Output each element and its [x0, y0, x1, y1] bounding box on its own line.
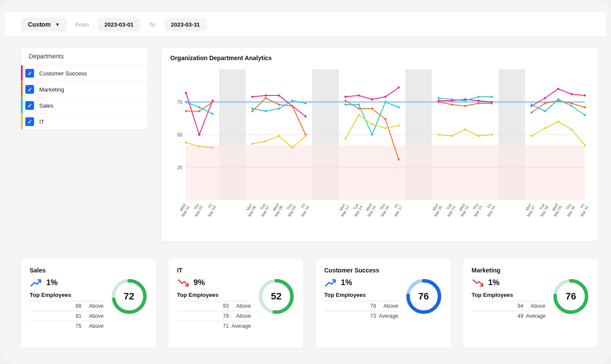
emp-name [30, 311, 67, 321]
score-gauge: 76 [405, 278, 442, 315]
svg-text:50: 50 [177, 132, 182, 137]
stat-title: IT [177, 267, 295, 274]
svg-text:TueMar 14: TueMar 14 [350, 203, 363, 218]
department-checkbox-row[interactable]: ✓Marketing [21, 81, 148, 97]
top-employees-table: 93 Above 79 Above 71 Average [177, 301, 251, 331]
svg-text:ThuMar 16: ThuMar 16 [376, 203, 390, 218]
emp-name [472, 311, 509, 321]
analytics-line-chart: 255075WedMar 01ThuMar 02FriMar 03MonMar … [170, 65, 589, 228]
svg-text:FriMar 31: FriMar 31 [576, 203, 589, 218]
gauge-value: 76 [405, 278, 442, 315]
svg-text:MonMar 20: MonMar 20 [429, 203, 443, 218]
svg-text:ThuMar 09: ThuMar 09 [283, 203, 297, 218]
emp-rating: Average [229, 321, 251, 331]
emp-rating: Above [376, 301, 398, 311]
emp-row: 79 Above [177, 311, 251, 321]
trend-percent: 1% [341, 278, 352, 287]
score-gauge: 76 [553, 278, 589, 315]
top-employees-table: 88 Above 81 Above 75 Above [30, 301, 104, 331]
emp-rating: Average [376, 311, 398, 321]
svg-text:WedMar 22: WedMar 22 [456, 203, 470, 218]
checkbox-icon: ✓ [25, 85, 34, 94]
score-gauge: 52 [258, 278, 295, 315]
svg-text:WedMar 08: WedMar 08 [270, 203, 283, 218]
emp-score: 94 [508, 301, 523, 311]
stat-card: Sales 1% Top Employees 88 Above 81 Above… [21, 259, 156, 348]
svg-text:ThuMar 30: ThuMar 30 [563, 203, 576, 218]
emp-row: 81 Above [30, 311, 104, 321]
emp-score: 81 [67, 311, 82, 321]
emp-name [472, 301, 509, 311]
emp-score: 78 [361, 301, 376, 311]
trend-up-icon [30, 279, 42, 287]
emp-name [324, 301, 361, 311]
emp-name [177, 301, 214, 311]
stat-title: Marketing [472, 267, 590, 274]
emp-row: 73 Average [324, 311, 398, 321]
gauge-value: 72 [111, 278, 148, 315]
top-employees-title: Top Employees [177, 292, 251, 298]
checkbox-icon: ✓ [25, 69, 34, 78]
analytics-chart-card: Organization Department Analytics 255075… [161, 48, 598, 242]
emp-row: 93 Above [177, 301, 251, 311]
checkbox-icon: ✓ [25, 117, 34, 126]
svg-rect-4 [186, 145, 585, 200]
date-preset-dropdown[interactable]: Custom ▼ [21, 17, 67, 31]
filter-bar: Custom ▼ From 2023-03-01 To 2023-03-31 [5, 12, 606, 37]
date-preset-label: Custom [28, 21, 51, 28]
device-camera-dot [303, 3, 308, 8]
svg-text:TueMar 28: TueMar 28 [536, 203, 549, 218]
emp-row: 88 Above [30, 301, 104, 311]
stat-title: Sales [30, 267, 148, 274]
emp-rating: Average [523, 311, 546, 321]
emp-score: 79 [214, 311, 229, 321]
svg-text:FriMar 10: FriMar 10 [296, 203, 310, 218]
gauge-value: 76 [553, 278, 589, 315]
department-label: Customer Success [39, 70, 87, 77]
emp-name [324, 311, 361, 321]
svg-text:WedMar 01: WedMar 01 [177, 203, 190, 218]
svg-text:WedMar 15: WedMar 15 [363, 203, 377, 218]
to-date-input[interactable]: 2023-03-31 [164, 18, 207, 31]
svg-text:FriMar 24: FriMar 24 [483, 203, 496, 218]
chart-title: Organization Department Analytics [170, 54, 589, 61]
department-label: Sales [39, 102, 54, 109]
emp-row: 49 Average [472, 311, 546, 321]
to-label: To [149, 21, 155, 28]
department-label: IT [39, 119, 45, 125]
top-employees-title: Top Employees [472, 292, 546, 298]
svg-text:ThuMar 23: ThuMar 23 [469, 203, 483, 218]
trend-up-icon [324, 279, 336, 287]
stat-card: Marketing 1% Top Employees 94 Above 49 A… [463, 259, 598, 348]
emp-score: 71 [214, 321, 229, 331]
emp-rating: Above [82, 321, 104, 331]
stat-card: IT 9% Top Employees 93 Above 79 Above 71… [168, 259, 304, 348]
score-gauge: 72 [111, 278, 148, 315]
from-label: From [76, 21, 89, 28]
stats-row: Sales 1% Top Employees 88 Above 81 Above… [21, 259, 598, 358]
departments-panel: Departments ✓Customer Success✓Marketing✓… [21, 48, 148, 129]
department-checkbox-row[interactable]: ✓Customer Success [21, 65, 148, 81]
svg-text:FriMar 03: FriMar 03 [203, 203, 217, 218]
top-employees-table: 78 Above 73 Average [324, 301, 398, 321]
top-employees-title: Top Employees [30, 292, 104, 298]
department-checkbox-row[interactable]: ✓Sales [21, 97, 148, 113]
department-checkbox-row[interactable]: ✓IT [21, 113, 148, 129]
svg-text:WedMar 29: WedMar 29 [549, 203, 563, 218]
top-employees-table: 94 Above 49 Average [472, 301, 546, 321]
emp-score: 93 [214, 301, 229, 311]
trend-percent: 9% [194, 278, 205, 287]
gauge-value: 52 [258, 278, 295, 315]
from-date-input[interactable]: 2023-03-01 [97, 18, 141, 31]
emp-row: 94 Above [472, 301, 546, 311]
departments-list: ✓Customer Success✓Marketing✓Sales✓IT [21, 65, 148, 129]
stat-card: Customer Success 1% Top Employees 78 Abo… [316, 259, 451, 348]
emp-rating: Above [82, 301, 104, 311]
emp-name [30, 321, 67, 331]
trend-down-icon [472, 279, 484, 287]
svg-text:75: 75 [177, 99, 182, 105]
chevron-down-icon: ▼ [55, 22, 60, 27]
emp-rating: Above [523, 301, 546, 311]
emp-score: 75 [67, 321, 82, 331]
emp-rating: Above [229, 301, 251, 311]
